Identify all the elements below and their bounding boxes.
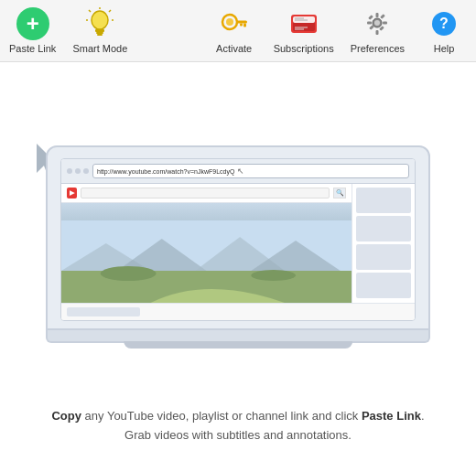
help-icon: ?: [427, 7, 460, 40]
bottom-bar-input: [67, 307, 140, 316]
paste-link-icon: +: [16, 7, 49, 40]
svg-rect-1: [95, 29, 104, 32]
svg-point-10: [226, 18, 233, 26]
description-middle: any YouTube video, playlist or channel l…: [81, 409, 362, 423]
help-button[interactable]: ? Help: [421, 7, 467, 54]
activate-label: Activate: [216, 43, 252, 54]
paste-link-label: Paste Link: [9, 43, 56, 54]
paste-link-button[interactable]: + Paste Link: [9, 7, 56, 54]
browser-dot-2: [75, 168, 81, 174]
svg-point-22: [374, 20, 380, 26]
laptop: http://www.youtube.com/watch?v=nJkwF9Lcd…: [46, 145, 430, 343]
browser-dot-1: [67, 168, 72, 174]
svg-point-43: [251, 270, 296, 281]
svg-rect-23: [376, 13, 379, 17]
description-end: .: [421, 409, 425, 423]
copy-word: Copy: [51, 409, 81, 423]
svg-rect-24: [376, 30, 379, 35]
sidebar-item-2: [356, 216, 411, 241]
browser-dot-3: [83, 168, 89, 174]
browser-body: ▶ 🔍: [61, 184, 415, 303]
paste-link-word: Paste Link: [362, 409, 421, 423]
svg-point-42: [101, 266, 157, 281]
preferences-label: Preferences: [351, 43, 405, 54]
svg-rect-27: [369, 15, 374, 20]
sidebar-item-3: [356, 244, 411, 270]
svg-line-5: [89, 10, 91, 12]
browser-right-panel: [352, 184, 415, 303]
svg-rect-11: [236, 21, 247, 24]
svg-rect-26: [383, 22, 387, 25]
help-label: Help: [434, 43, 455, 54]
browser-window: http://www.youtube.com/watch?v=nJkwF9Lcd…: [60, 158, 416, 321]
address-url: http://www.youtube.com/watch?v=nJkwF9Lcd…: [97, 168, 234, 175]
laptop-illustration: http://www.youtube.com/watch?v=nJkwF9Lcd…: [18, 89, 458, 400]
svg-rect-12: [243, 24, 246, 27]
key-icon: [218, 7, 251, 40]
subscriptions-icon: [287, 7, 320, 40]
sidebar-item-1: [356, 188, 411, 213]
subscriptions-button[interactable]: Subscriptions: [274, 7, 334, 54]
main-content: http://www.youtube.com/watch?v=nJkwF9Lcd…: [0, 62, 476, 472]
yt-search-bar: ▶ 🔍: [61, 184, 352, 203]
yt-search-btn: 🔍: [333, 188, 346, 198]
subscriptions-label: Subscriptions: [274, 43, 334, 54]
svg-point-0: [92, 11, 108, 29]
bulb-icon: [83, 7, 116, 40]
smart-mode-button[interactable]: Smart Mode: [72, 7, 127, 54]
browser-chrome: http://www.youtube.com/watch?v=nJkwF9Lcd…: [61, 159, 415, 184]
yt-logo: ▶: [67, 188, 77, 198]
activate-button[interactable]: Activate: [211, 7, 257, 54]
preferences-button[interactable]: Preferences: [351, 7, 405, 54]
yt-search-input: [81, 188, 330, 198]
svg-rect-25: [367, 22, 372, 25]
description-text: Copy any YouTube video, playlist or chan…: [51, 407, 424, 445]
browser-dots: [67, 168, 89, 174]
laptop-base: [46, 330, 430, 343]
browser-address-bar: http://www.youtube.com/watch?v=nJkwF9Lcd…: [92, 164, 409, 178]
sidebar-item-4: [356, 273, 411, 298]
svg-rect-3: [97, 34, 103, 36]
svg-rect-2: [96, 32, 103, 34]
description-line2: Grab videos with subtitles and annotatio…: [51, 426, 424, 445]
smart-mode-label: Smart Mode: [72, 43, 127, 54]
description-line1: Copy any YouTube video, playlist or chan…: [51, 407, 424, 426]
toolbar: + Paste Link Smart Mode: [0, 0, 476, 62]
video-thumbnail: [61, 203, 352, 303]
gear-icon: [361, 7, 394, 40]
svg-line-6: [109, 10, 111, 12]
svg-text:?: ?: [439, 16, 449, 31]
svg-rect-30: [381, 14, 386, 19]
browser-left-panel: ▶ 🔍: [61, 184, 352, 303]
browser-bottom-bar: [61, 303, 415, 320]
laptop-screen: http://www.youtube.com/watch?v=nJkwF9Lcd…: [46, 145, 430, 330]
svg-rect-13: [240, 24, 243, 27]
